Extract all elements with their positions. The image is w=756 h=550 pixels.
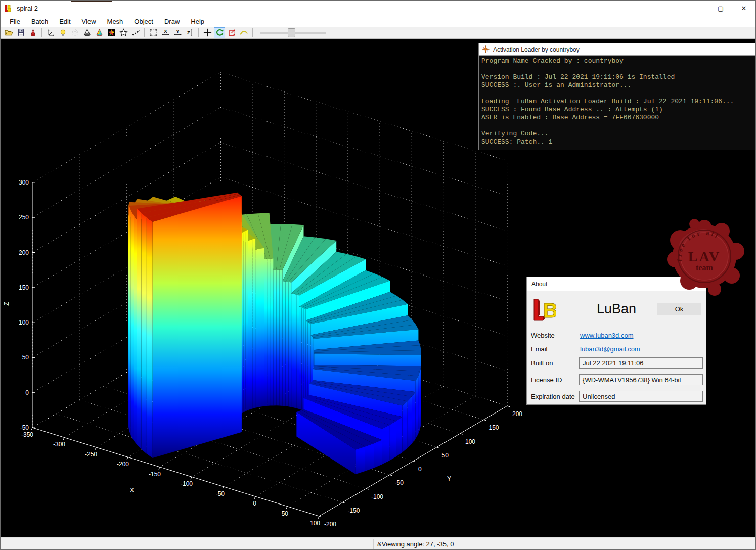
status-divider xyxy=(70,539,70,550)
console-line: SUCCESS :. User is an Administrator... xyxy=(481,81,756,89)
menu-item-draw[interactable]: Draw xyxy=(160,17,184,26)
rotate-icon[interactable] xyxy=(214,27,225,38)
console-line: Loading LuBan Activation Loader Build : … xyxy=(481,98,756,106)
axis-tick-label: -100 xyxy=(181,480,193,487)
star-outline-icon[interactable] xyxy=(118,27,129,38)
expiration-date-field: Unlicensed xyxy=(579,391,703,402)
svg-text:X: X xyxy=(164,28,167,34)
close-button[interactable]: ✕ xyxy=(732,1,755,16)
menu-item-object[interactable]: Object xyxy=(130,17,157,26)
toolbar-separator xyxy=(198,28,199,37)
license-id-label: License ID xyxy=(531,376,575,384)
menu-bar: FileBatchEditViewMeshObjectDrawHelp xyxy=(1,16,755,27)
save-icon[interactable] xyxy=(15,27,26,38)
axis-tick-label: -150 xyxy=(149,471,161,478)
scale-z-icon[interactable]: Z xyxy=(184,27,195,38)
license-id-field: {WD-WMATV1956738} Win 64-bit xyxy=(579,374,703,385)
axis-tick-label: 150 xyxy=(19,284,29,291)
light-icon[interactable] xyxy=(57,27,68,38)
app-window: spiral 2 – ▢ ✕ FileBatchEditViewMeshObje… xyxy=(0,0,756,550)
axis-tick-label: Y xyxy=(447,475,451,482)
axis-tick-label: 100 xyxy=(465,438,475,445)
texture-star-icon[interactable] xyxy=(106,27,117,38)
website-link[interactable]: www.luban3d.com xyxy=(580,332,634,339)
pan-icon[interactable] xyxy=(202,27,213,38)
toolbar-separator xyxy=(144,28,145,37)
menu-item-batch[interactable]: Batch xyxy=(27,17,52,26)
viewing-angle-status: &Viewing angle: 27, -35, 0 xyxy=(377,540,454,548)
axis-tick-label: -350 xyxy=(21,431,33,438)
select-box-icon[interactable] xyxy=(148,27,159,38)
mesh-shaded-icon[interactable] xyxy=(94,27,105,38)
expiration-date-label: Expiration date xyxy=(531,393,575,400)
rotate-step-icon[interactable] xyxy=(226,27,237,38)
svg-text:Y: Y xyxy=(176,28,180,34)
email-link[interactable]: luban3d@gmail.com xyxy=(580,345,640,353)
status-divider xyxy=(373,539,374,550)
activation-loader-icon xyxy=(482,45,490,53)
scale-x-icon[interactable]: X xyxy=(160,27,171,38)
axis-tick-label: 0 xyxy=(25,389,29,396)
activation-loader-console: Program Name Cracked by : countryboy Ver… xyxy=(479,56,756,150)
website-label: Website xyxy=(531,332,576,339)
activation-loader-title: Activation Loader by countryboy xyxy=(493,46,580,53)
console-line: SUCCESS : Found Base Address .. : Attemp… xyxy=(481,106,756,114)
minimize-button[interactable]: – xyxy=(686,1,709,16)
toolbar: X Y Z xyxy=(1,27,755,39)
axis-tick-label: -300 xyxy=(53,441,65,448)
seal-team-text: team xyxy=(696,263,713,272)
axis-tick-label: 0 xyxy=(253,500,256,507)
axis-tick-label: 100 xyxy=(19,319,29,326)
app-logo-icon xyxy=(5,4,13,13)
axes-icon[interactable] xyxy=(45,27,56,38)
toolbar-separator xyxy=(252,28,253,37)
axis-tick-label: 200 xyxy=(512,410,522,418)
activation-loader-title-bar[interactable]: Activation Loader by countryboy xyxy=(479,43,756,56)
polyline-points-icon[interactable] xyxy=(130,27,141,38)
console-line: ASLR is Enabled : Base Address = 7FF6676… xyxy=(481,114,756,122)
axis-tick-label: -100 xyxy=(371,493,383,500)
title-bar[interactable]: spiral 2 – ▢ ✕ xyxy=(1,1,755,16)
window-title: spiral 2 xyxy=(17,5,38,12)
console-line: Version Build : Jul 22 2021 19:11:06 is … xyxy=(481,73,756,81)
menu-item-view[interactable]: View xyxy=(78,17,100,26)
activation-loader-window: Activation Loader by countryboy Program … xyxy=(478,43,756,150)
axis-tick-label: 200 xyxy=(19,249,29,256)
ok-button[interactable]: Ok xyxy=(657,303,701,315)
axis-tick-label: 50 xyxy=(442,452,449,459)
point-cloud-icon[interactable] xyxy=(69,27,80,38)
axis-tick-label: 100 xyxy=(310,520,320,527)
axis-tick-label: 150 xyxy=(489,424,499,431)
scale-y-icon[interactable]: Y xyxy=(172,27,183,38)
menu-item-mesh[interactable]: Mesh xyxy=(103,17,127,26)
undo-view-icon[interactable] xyxy=(238,27,249,38)
console-line xyxy=(481,65,756,73)
spiral-cone-icon[interactable] xyxy=(27,27,38,38)
console-line: Program Name Cracked by : countryboy xyxy=(481,57,756,65)
console-line xyxy=(481,122,756,130)
axis-tick-label: X xyxy=(130,487,134,494)
menu-item-file[interactable]: File xyxy=(6,17,24,26)
axis-tick-label: -50 xyxy=(395,479,404,486)
screen-artifact xyxy=(71,1,112,2)
axis-tick-label: -200 xyxy=(117,461,129,468)
mesh-wireframe-icon[interactable] xyxy=(81,27,93,38)
axis-tick-label: -50 xyxy=(20,424,29,431)
built-on-field: Jul 22 2021 19:11:06 xyxy=(579,357,703,369)
about-dialog-title: About xyxy=(531,281,547,288)
axis-tick-label: 300 xyxy=(19,179,29,186)
menu-item-help[interactable]: Help xyxy=(187,17,208,26)
seal-lav-text: LAV xyxy=(688,249,721,264)
built-on-label: Built on xyxy=(531,359,575,367)
console-line xyxy=(481,89,756,98)
console-line: SUCCESS: Patch.. 1 xyxy=(481,138,756,146)
axis-tick-label: 50 xyxy=(22,354,29,361)
axis-tick-label: 0 xyxy=(418,466,422,473)
maximize-button[interactable]: ▢ xyxy=(709,1,732,16)
menu-item-edit[interactable]: Edit xyxy=(55,17,74,26)
zoom-slider-handle[interactable] xyxy=(288,28,295,37)
open-file-icon[interactable] xyxy=(3,27,14,38)
axis-tick-label: -150 xyxy=(348,507,360,514)
zoom-slider[interactable] xyxy=(258,27,329,38)
axis-tick-label: 250 xyxy=(19,214,29,221)
